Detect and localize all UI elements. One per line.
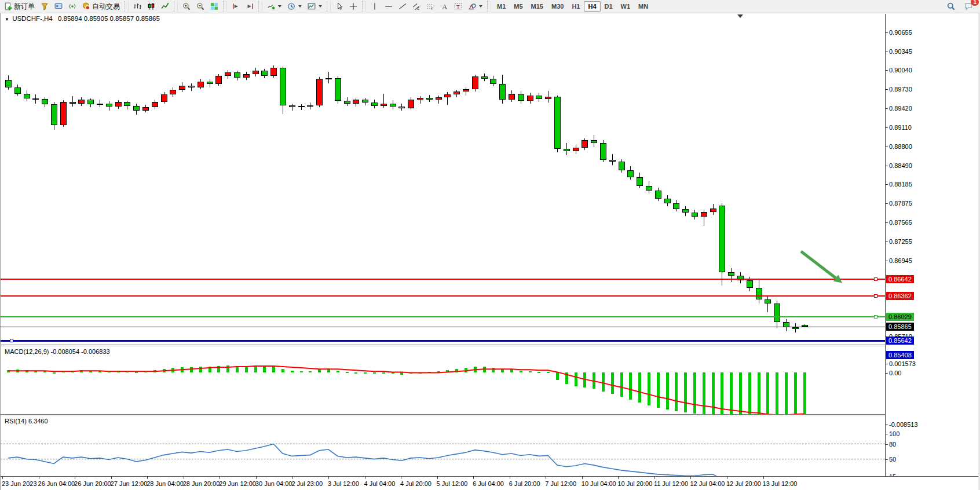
time-axis-label: 10 Jul 04:00 bbox=[582, 480, 616, 487]
chart-ohlc: 0.85894 0.85905 0.85857 0.85865 bbox=[58, 15, 160, 22]
time-axis-tick bbox=[220, 477, 220, 479]
rsi-axis-label: 50 bbox=[889, 456, 896, 463]
rsi-pane[interactable]: RSI(14) 6.3460 bbox=[1, 416, 885, 476]
time-axis-label: 10 Jul 20:00 bbox=[617, 480, 652, 487]
macd-axis-label: -0.008513 bbox=[889, 421, 918, 428]
hline-handle[interactable] bbox=[874, 277, 877, 281]
toolbar-button-autotrade[interactable]: 自动交易 bbox=[79, 0, 123, 13]
toolbar-button-chat[interactable]: 1 bbox=[961, 1, 975, 12]
toolbar-button-trendline[interactable] bbox=[396, 1, 409, 12]
toolbar-button-chart-gold[interactable] bbox=[38, 1, 52, 12]
toolbar-button-zoom-out[interactable] bbox=[193, 1, 207, 12]
toolbar-button-chart-autoscroll[interactable] bbox=[243, 1, 257, 12]
toolbar-right: 1 bbox=[944, 1, 979, 12]
toolbar-button-label: 自动交易 bbox=[92, 2, 120, 12]
price-axis[interactable]: 0.866420.863620.860290.858650.856420.854… bbox=[885, 14, 978, 476]
toolbar-button-line-chart[interactable] bbox=[158, 1, 172, 12]
time-axis-label: 2 Jul 23:00 bbox=[291, 480, 323, 487]
toolbar-button-cursor[interactable] bbox=[332, 1, 346, 12]
toolbar-button-signal[interactable] bbox=[65, 1, 79, 12]
toolbar-button-crosshair[interactable] bbox=[346, 1, 360, 12]
timeframe-button-m1[interactable]: M1 bbox=[493, 1, 510, 12]
time-axis-label: 7 Jul 12:00 bbox=[545, 480, 576, 487]
toolbar-button-fibonacci[interactable]: F bbox=[423, 1, 437, 12]
price-tick-label: 0.87255 bbox=[889, 238, 912, 245]
hline-handle[interactable] bbox=[874, 294, 877, 298]
dropdown-caret-icon[interactable] bbox=[278, 5, 281, 8]
axis-tick bbox=[886, 184, 888, 185]
timeframe-button-w1[interactable]: W1 bbox=[617, 1, 635, 12]
vertical-line-icon bbox=[371, 2, 379, 10]
price-tick-label: 0.90655 bbox=[889, 29, 912, 36]
axis-tick bbox=[886, 89, 888, 90]
price-line-label: 0.85865 bbox=[886, 323, 914, 331]
toolbar-button-new-order[interactable]: 新订单 bbox=[1, 0, 38, 13]
timeframe-button-mn[interactable]: MN bbox=[634, 1, 652, 12]
toolbar-button-chart-shift[interactable] bbox=[229, 1, 243, 12]
toolbar-group bbox=[180, 0, 221, 13]
axis-tick bbox=[886, 222, 888, 223]
toolbar-button-candlestick[interactable] bbox=[144, 1, 158, 12]
price-tick-label: 0.88185 bbox=[889, 181, 912, 188]
time-axis-label: 4 Jul 04:00 bbox=[364, 480, 396, 487]
timeframe-button-m5[interactable]: M5 bbox=[510, 1, 526, 12]
toolbar-button-vertical-line[interactable] bbox=[368, 1, 382, 12]
axis-tick bbox=[886, 52, 888, 52]
notification-badge: 1 bbox=[971, 0, 979, 6]
toolbar-button-text-label[interactable]: T bbox=[451, 1, 465, 12]
dropdown-caret-icon[interactable] bbox=[319, 5, 322, 8]
time-axis[interactable]: 23 Jun 202326 Jun 04:0026 Jun 20:0027 Ju… bbox=[1, 476, 979, 490]
toolbar-button-channel[interactable]: E bbox=[409, 1, 423, 12]
timeframe-button-m15[interactable]: M15 bbox=[527, 1, 547, 12]
chart-gold-icon bbox=[41, 2, 49, 10]
line-chart-icon bbox=[161, 2, 169, 10]
axis-tick bbox=[886, 373, 888, 374]
time-axis-label: 6 Jul 04:00 bbox=[473, 480, 504, 487]
timeframe-button-h1[interactable]: H1 bbox=[568, 1, 584, 12]
cursor-icon bbox=[335, 2, 343, 10]
rsi-line bbox=[8, 444, 805, 476]
toolbar-button-search[interactable] bbox=[944, 1, 958, 12]
time-axis-label: 30 Jun 04:00 bbox=[255, 480, 292, 487]
toolbar-separator bbox=[174, 1, 178, 12]
toolbar-button-indicators[interactable] bbox=[264, 1, 284, 12]
toolbar-button-bar-chart[interactable] bbox=[130, 1, 144, 12]
toolbar-button-periods[interactable] bbox=[284, 1, 305, 12]
arrow-annotation[interactable] bbox=[801, 251, 842, 283]
toolbar-button-terminal[interactable] bbox=[52, 1, 65, 12]
toolbar-button-shapes[interactable] bbox=[465, 1, 485, 12]
dropdown-caret-icon[interactable] bbox=[298, 5, 302, 8]
dropdown-caret-icon[interactable] bbox=[479, 5, 482, 8]
zoom-out-icon bbox=[196, 2, 204, 10]
tile-windows-icon bbox=[210, 2, 218, 10]
hline-handle[interactable] bbox=[10, 339, 13, 342]
hline-handle[interactable] bbox=[874, 315, 877, 319]
toolbar-button-tile-windows[interactable] bbox=[207, 1, 221, 12]
axis-tick bbox=[886, 127, 888, 128]
price-pane[interactable] bbox=[1, 14, 885, 345]
axis-tick bbox=[886, 425, 888, 425]
toolbar-button-horizontal-line[interactable] bbox=[382, 1, 396, 12]
timeframe-button-d1[interactable]: D1 bbox=[601, 1, 617, 12]
price-tick-label: 0.87875 bbox=[889, 200, 912, 207]
time-axis-label: 11 Jul 12:00 bbox=[654, 480, 688, 487]
time-axis-label: 28 Jun 04:00 bbox=[147, 480, 184, 487]
time-axis-tick bbox=[147, 477, 148, 479]
toolbar-button-zoom-in[interactable] bbox=[180, 1, 193, 12]
chart-window[interactable]: ▼ USDCHF-,H4 0.85894 0.85905 0.85857 0.8… bbox=[0, 13, 978, 490]
axis-tick bbox=[886, 434, 888, 434]
toolbar-button-text[interactable]: A bbox=[437, 1, 451, 12]
time-axis-tick bbox=[510, 477, 510, 479]
macd-pane[interactable]: MACD(12,26,9) -0.008054 -0.006833 bbox=[1, 347, 885, 414]
terminal-icon bbox=[54, 2, 63, 10]
toolbar-group bbox=[264, 0, 325, 13]
chart-dropdown-icon[interactable]: ▼ bbox=[5, 17, 9, 22]
time-axis-tick bbox=[654, 477, 655, 479]
timeframe-button-m30[interactable]: M30 bbox=[547, 1, 568, 12]
text-label-icon: T bbox=[454, 2, 462, 10]
toolbar-button-templates[interactable] bbox=[305, 1, 325, 12]
templates-icon bbox=[308, 2, 316, 10]
macd-axis-label: 0.00 bbox=[889, 370, 901, 376]
periods-icon bbox=[287, 2, 295, 10]
timeframe-button-h4[interactable]: H4 bbox=[584, 1, 600, 12]
